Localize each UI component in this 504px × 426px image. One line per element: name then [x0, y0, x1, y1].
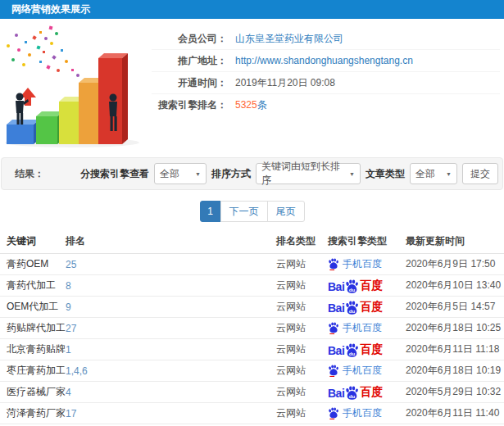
baidu-paw-icon	[328, 365, 339, 377]
rank-cell[interactable]: 4	[66, 387, 276, 398]
updated-cell: 2020年6月18日 10:25	[406, 321, 504, 335]
page-title: 网络营销效果展示	[0, 2, 90, 16]
engine-select-value: 全部	[160, 167, 179, 181]
ranking-count-number: 5325	[235, 99, 257, 111]
updated-header: 最新更新时间	[406, 234, 504, 248]
filter-controls: 分搜索引擎查看 全部 ▼ 排序方式 关键词由短到长排序 ▼ 文章类型 全部 ▼ …	[80, 163, 498, 184]
baidu-paw-icon: du	[345, 386, 359, 400]
baidu-logo-cn: 百度	[360, 342, 383, 357]
baidu-paw-icon	[328, 322, 339, 334]
table-row: 膏药代加工 8 云网站 Bai du 百度 2020	[0, 275, 504, 297]
rank-type-cell: 云网站	[276, 257, 328, 271]
sort-select[interactable]: 关键词由短到长排序 ▼	[256, 163, 361, 184]
baidu-logo-cn: 百度	[360, 300, 383, 315]
submit-button[interactable]: 提交	[462, 163, 498, 184]
rank-cell[interactable]: 1	[66, 344, 276, 356]
open-time-label: 开通时间：	[152, 76, 227, 90]
rank-header: 排名	[66, 234, 276, 248]
pagination: 1 下一页 尾页	[0, 201, 504, 222]
mobile-baidu-label: 手机百度	[343, 406, 382, 420]
ranking-count-label: 搜索引擎排名：	[152, 98, 227, 112]
growth-chart-image	[0, 25, 152, 149]
last-page-button[interactable]: 尾页	[267, 201, 305, 222]
engine-cell: Bai du 百度	[328, 279, 406, 293]
keyword-cell: OEM代加工	[0, 300, 66, 314]
table-row: 北京膏药贴牌 1 云网站 Bai du 百度 202	[0, 339, 504, 360]
table-row: 菏泽膏药厂家 17 云网站 手机百度 2020年6月11日 11:	[0, 403, 504, 424]
company-row: 会员公司： 山东皇圣堂药业有限公司	[152, 28, 500, 50]
baidu-logo-bai: Bai	[328, 387, 344, 400]
baidu-logo-du: du	[349, 286, 356, 292]
engine-cell: 手机百度	[328, 321, 406, 335]
baidu-paw-icon: du	[345, 343, 359, 357]
rank-cell[interactable]: 1,4,6	[66, 365, 276, 377]
rank-cell[interactable]: 17	[66, 408, 276, 419]
rank-type-cell: 云网站	[276, 300, 328, 314]
chevron-down-icon: ▼	[446, 171, 452, 177]
table-header: 关键词 排名 排名类型 搜索引擎类型 最新更新时间	[0, 229, 504, 254]
table-row: OEM代加工 9 云网站 Bai du 百度 202	[0, 297, 504, 318]
chevron-down-icon: ▼	[195, 171, 201, 177]
bar-chart-illustration	[0, 25, 152, 149]
article-type-select-value: 全部	[415, 167, 435, 181]
engine-cell: 手机百度	[328, 406, 406, 420]
rank-cell[interactable]: 25	[66, 259, 276, 270]
results-table: 关键词 排名 排名类型 搜索引擎类型 最新更新时间 膏药OEM 25 云网站	[0, 229, 504, 424]
baidu-paw-icon: du	[345, 301, 359, 315]
baidu-logo-cn: 百度	[360, 385, 383, 400]
mobile-baidu-logo: 手机百度	[328, 321, 382, 335]
table-row: 枣庄膏药加工 1,4,6 云网站 手机百度 2020年6月18日	[0, 360, 504, 382]
rank-cell[interactable]: 27	[66, 323, 276, 334]
keyword-cell: 膏药OEM	[0, 257, 66, 271]
mobile-baidu-logo: 手机百度	[328, 257, 382, 271]
baidu-paw-icon	[328, 407, 339, 419]
mobile-baidu-label: 手机百度	[343, 257, 382, 271]
updated-cell: 2020年6月10日 13:40	[406, 279, 504, 292]
rank-cell[interactable]: 8	[66, 280, 276, 292]
keyword-header: 关键词	[0, 234, 66, 248]
baidu-logo-bai: Bai	[328, 280, 344, 293]
promo-url-label: 推广地址：	[152, 54, 227, 68]
mobile-baidu-logo: 手机百度	[328, 364, 382, 378]
engine-cell: 手机百度	[328, 257, 406, 271]
updated-cell: 2020年5月29日 10:32	[406, 385, 504, 399]
updated-cell: 2020年6月11日 11:18	[406, 342, 504, 356]
rank-type-cell: 云网站	[276, 342, 328, 356]
sort-select-value: 关键词由短到长排序	[261, 160, 346, 188]
rank-type-cell: 云网站	[276, 406, 328, 420]
keyword-cell: 药贴牌代加工	[0, 321, 66, 335]
engine-cell: Bai du 百度	[328, 300, 406, 315]
baidu-logo: Bai du 百度	[328, 300, 383, 315]
filter-bar: 结果： 分搜索引擎查看 全部 ▼ 排序方式 关键词由短到长排序 ▼ 文章类型 全…	[1, 157, 503, 190]
ranking-count-value: 5325条	[235, 98, 267, 112]
rank-cell[interactable]: 9	[66, 301, 276, 313]
baidu-logo-bai: Bai	[328, 344, 344, 357]
engine-select[interactable]: 全部 ▼	[154, 163, 207, 184]
article-type-select[interactable]: 全部 ▼	[410, 163, 457, 184]
keyword-cell: 膏药代加工	[0, 279, 66, 292]
rank-type-cell: 云网站	[276, 321, 328, 335]
info-section: 会员公司： 山东皇圣堂药业有限公司 推广地址： http://www.shand…	[0, 25, 504, 152]
baidu-logo: Bai du 百度	[328, 279, 383, 293]
table-row: 药贴牌代加工 27 云网站 手机百度 2020年6月18日 10:	[0, 318, 504, 339]
keyword-cell: 枣庄膏药加工	[0, 364, 66, 378]
page-1-button[interactable]: 1	[200, 201, 221, 222]
updated-cell: 2020年6月18日 10:19	[406, 364, 504, 378]
company-link[interactable]: 山东皇圣堂药业有限公司	[235, 32, 343, 46]
ranking-count-unit: 条	[257, 99, 267, 111]
engine-type-header: 搜索引擎类型	[328, 234, 406, 248]
updated-cell: 2020年6月9日 17:50	[406, 257, 504, 271]
updated-cell: 2020年6月11日 11:40	[406, 406, 504, 420]
promo-url-row: 推广地址： http://www.shandonghuangshengtang.…	[152, 50, 500, 72]
table-body: 膏药OEM 25 云网站 手机百度 2020年6月9日 17:50	[0, 254, 504, 424]
ranking-count-row: 搜索引擎排名： 5325条	[152, 94, 500, 116]
promo-url-link[interactable]: http://www.shandonghuangshengtang.cn	[235, 55, 413, 66]
baidu-logo-cn: 百度	[360, 279, 383, 293]
baidu-logo-du: du	[349, 350, 356, 356]
baidu-paw-icon: du	[345, 279, 359, 293]
engine-cell: 手机百度	[328, 364, 406, 378]
open-time-row: 开通时间： 2019年11月20日 09:08	[152, 72, 500, 94]
baidu-logo-du: du	[349, 392, 356, 398]
next-page-button[interactable]: 下一页	[220, 201, 268, 222]
title-bar: 网络营销效果展示	[0, 0, 504, 19]
